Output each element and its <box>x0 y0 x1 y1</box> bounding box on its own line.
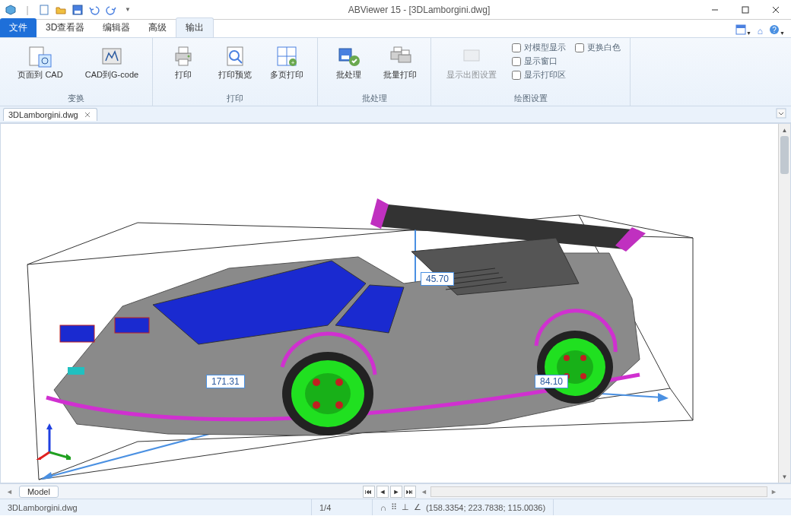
status-filename: 3DLamborgini.dwg <box>0 499 312 515</box>
print-preview-icon <box>223 44 247 68</box>
svg-rect-65 <box>68 367 84 375</box>
svg-marker-83 <box>66 454 71 460</box>
save-icon[interactable] <box>71 4 84 16</box>
angle-icon[interactable]: ∠ <box>414 502 421 512</box>
svg-text:?: ? <box>772 26 777 34</box>
cad-to-gcode-button[interactable]: CAD到G-code <box>78 41 146 83</box>
tab-3d-viewer[interactable]: 3D查看器 <box>37 18 94 37</box>
layout-dropdown-icon[interactable]: ▼ <box>735 24 751 37</box>
group-print-label: 打印 <box>159 91 311 104</box>
show-plot-settings-button[interactable]: 显示出图设置 <box>437 41 506 83</box>
ortho-icon[interactable]: ⊥ <box>402 502 409 512</box>
svg-point-70 <box>335 378 343 386</box>
svg-rect-18 <box>179 59 188 65</box>
svg-point-69 <box>313 378 320 386</box>
svg-point-19 <box>188 55 190 58</box>
print-label: 打印 <box>175 70 192 80</box>
app-icon <box>5 4 17 16</box>
svg-rect-33 <box>399 55 411 62</box>
svg-rect-5 <box>742 7 748 13</box>
batch-button[interactable]: 批处理 <box>324 41 373 83</box>
svg-rect-29 <box>341 55 349 59</box>
svg-point-76 <box>564 355 570 361</box>
help-icon[interactable]: ?▼ <box>769 24 785 37</box>
swap-white-checkbox[interactable]: 更换白色 <box>572 41 624 54</box>
new-icon[interactable] <box>38 4 50 16</box>
group-convert-label: 变换 <box>6 91 146 104</box>
tab-file[interactable]: 文件 <box>0 18 37 37</box>
scroll-down-icon[interactable]: ▼ <box>779 470 790 483</box>
svg-line-84 <box>36 452 49 460</box>
svg-rect-15 <box>103 49 121 64</box>
grid-icon[interactable]: ⠿ <box>391 502 397 512</box>
svg-marker-0 <box>6 5 15 14</box>
nav-last-icon[interactable]: ⏭ <box>404 486 416 498</box>
redo-icon[interactable] <box>105 4 117 16</box>
horizontal-scrollbar[interactable] <box>430 486 767 497</box>
batch-label: 批处理 <box>336 70 361 80</box>
svg-rect-1 <box>40 5 48 14</box>
qat-separator: | <box>21 4 33 16</box>
tab-output[interactable]: 输出 <box>176 17 214 37</box>
page-to-cad-label: 页面到 CAD <box>17 70 62 80</box>
document-tab[interactable]: 3DLamborgini.dwg <box>3 108 97 121</box>
minimize-button[interactable] <box>700 0 730 20</box>
dimension-width: 84.10 <box>535 375 568 388</box>
multipage-icon: + <box>275 44 299 68</box>
plot-settings-label: 显示出图设置 <box>446 70 497 80</box>
model-tab-prev-icon[interactable]: ◄ <box>6 488 13 496</box>
tab-editor[interactable]: 编辑器 <box>94 18 139 37</box>
batch-print-icon <box>388 44 412 68</box>
batch-print-label: 批量打印 <box>383 70 417 80</box>
dimension-height: 45.70 <box>421 272 454 286</box>
qat-dropdown-icon[interactable]: ▼ <box>122 4 134 16</box>
hscroll-right-icon[interactable]: ► <box>770 488 791 496</box>
scroll-up-icon[interactable]: ▲ <box>779 124 790 136</box>
vertical-scrollbar[interactable]: ▲ ▼ <box>778 124 790 483</box>
document-tab-label: 3DLamborgini.dwg <box>8 110 78 119</box>
print-preview-label: 打印预览 <box>218 70 252 80</box>
multipage-print-button[interactable]: + 多页打印 <box>262 41 311 83</box>
nav-next-icon[interactable]: ► <box>390 486 402 498</box>
window-title: ABViewer 15 - [3DLamborgini.dwg] <box>138 5 700 15</box>
maximize-button[interactable] <box>730 0 761 20</box>
nav-prev-icon[interactable]: ◄ <box>376 486 389 498</box>
svg-point-71 <box>313 401 320 409</box>
svg-rect-34 <box>402 50 409 55</box>
viewport-canvas[interactable]: 45.70 171.31 84.10 <box>1 124 778 483</box>
print-preview-button[interactable]: 打印预览 <box>211 41 259 83</box>
close-tab-icon[interactable] <box>83 110 92 119</box>
show-window-checkbox[interactable]: 显示窗口 <box>509 55 569 68</box>
svg-rect-38 <box>777 109 786 118</box>
snap-icon[interactable]: ∩ <box>380 503 386 512</box>
plot-settings-icon <box>459 44 484 68</box>
print-icon <box>171 44 195 68</box>
undo-icon[interactable] <box>88 4 100 16</box>
show-print-area-checkbox[interactable]: 显示打印区 <box>509 68 569 81</box>
svg-point-68 <box>305 373 351 414</box>
close-button[interactable] <box>761 0 791 20</box>
scrollbar-thumb[interactable] <box>780 136 789 174</box>
svg-point-77 <box>580 355 586 361</box>
print-button[interactable]: 打印 <box>159 41 208 83</box>
svg-text:+: + <box>291 59 295 66</box>
tab-advanced[interactable]: 高级 <box>139 18 176 37</box>
status-coords: (158.3354; 223.7838; 115.0036) <box>426 503 545 512</box>
home-icon[interactable]: ⌂ <box>758 26 763 36</box>
svg-rect-32 <box>394 47 402 52</box>
model-display-checkbox[interactable]: 对模型显示 <box>509 41 569 54</box>
batch-icon <box>336 44 361 68</box>
nav-first-icon[interactable]: ⏮ <box>363 486 375 498</box>
batch-print-button[interactable]: 批量打印 <box>376 41 424 83</box>
svg-marker-81 <box>46 423 52 429</box>
hscroll-left-icon[interactable]: ◄ <box>421 488 427 496</box>
doctab-dropdown-icon[interactable] <box>776 108 791 121</box>
multipage-label: 多页打印 <box>270 70 303 80</box>
group-batch-label: 批处理 <box>324 91 424 104</box>
cad-to-gcode-label: CAD到G-code <box>85 70 138 80</box>
open-icon[interactable] <box>55 4 67 16</box>
axes-gizmo <box>33 422 71 460</box>
model-tab[interactable]: Model <box>19 486 59 498</box>
svg-rect-9 <box>736 25 745 28</box>
page-to-cad-button[interactable]: 页面到 CAD <box>6 41 75 83</box>
